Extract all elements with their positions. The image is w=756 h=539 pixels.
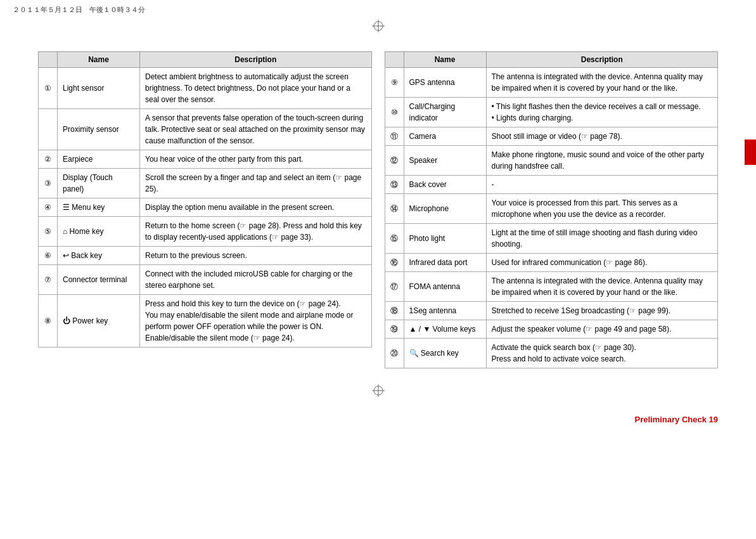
right-row-desc: • This light flashes then the device rec…	[486, 98, 718, 127]
left-row-num: ②	[39, 150, 58, 169]
right-table-row: ⑱1Seg antennaStretched to receive 1Seg b…	[385, 302, 718, 320]
right-table-row: ⑲▲ / ▼ Volume keysAdjust the speaker vol…	[385, 320, 718, 339]
left-table-row: ⑤⌂ Home keyReturn to the home screen (☞ …	[39, 217, 372, 247]
right-row-num: ⑭	[385, 194, 404, 224]
left-row-name: Proximity sensor	[58, 109, 140, 150]
left-row-name: Display (Touch panel)	[58, 169, 140, 198]
left-row-desc: Scroll the screen by a finger and tap an…	[140, 169, 372, 198]
right-row-num: ⑨	[385, 68, 404, 98]
bottom-crosshair	[0, 381, 756, 402]
crosshair-icon	[372, 20, 385, 32]
right-row-desc: Used for infrared communication (☞ page …	[486, 254, 718, 272]
right-table-container: Name Description ⑨GPS antennaThe antenna…	[385, 51, 719, 368]
left-row-name: ↩ Back key	[58, 247, 140, 265]
right-row-name: ▲ / ▼ Volume keys	[404, 320, 486, 339]
left-row-num: ⑦	[39, 265, 58, 295]
right-row-name: 1Seg antenna	[404, 302, 486, 320]
right-row-desc: The antenna is integrated with the devic…	[486, 272, 718, 302]
bottom-crosshair-icon	[372, 384, 385, 397]
left-row-num: ④	[39, 198, 58, 217]
left-row-num: ⑧	[39, 295, 58, 347]
right-row-num: ⑬	[385, 176, 404, 194]
right-row-num: ⑯	[385, 254, 404, 272]
footer: Preliminary Check 19	[0, 402, 756, 437]
right-row-desc: The antenna is integrated with the devic…	[486, 68, 718, 98]
right-row-desc: -	[486, 176, 718, 194]
left-row-name: ⌂ Home key	[58, 217, 140, 247]
right-row-desc: Stretched to receive 1Seg broadcasting (…	[486, 302, 718, 320]
right-row-desc: Adjust the speaker volume (☞ page 49 and…	[486, 320, 718, 339]
right-table-row: ⑯Infrared data portUsed for infrared com…	[385, 254, 718, 272]
right-row-name: Photo light	[404, 224, 486, 254]
left-row-desc: Press and hold this key to turn the devi…	[140, 295, 372, 347]
left-row-desc: Display the option menu available in the…	[140, 198, 372, 217]
right-row-name: Back cover	[404, 176, 486, 194]
right-table-row: ⑪CameraShoot still image or video (☞ pag…	[385, 127, 718, 146]
right-row-num: ⑳	[385, 339, 404, 368]
right-row-name: FOMA antenna	[404, 272, 486, 302]
left-col-name-header: Name	[58, 52, 140, 68]
right-row-num: ⑫	[385, 146, 404, 176]
right-col-name-header: Name	[404, 52, 486, 68]
right-row-name: Call/Charging indicator	[404, 98, 486, 127]
left-row-desc: Detect ambient brightness to automatical…	[140, 68, 372, 109]
left-row-desc: Connect with the included microUSB cable…	[140, 265, 372, 295]
right-row-desc: Your voice is processed from this part. …	[486, 194, 718, 224]
left-row-num: ⑤	[39, 217, 58, 247]
page-header: ２０１１年５月１２日 午後１０時３４分	[0, 0, 756, 20]
right-row-num: ⑪	[385, 127, 404, 146]
right-row-desc: Make phone ringtone, music sound and voi…	[486, 146, 718, 176]
right-table-row: ⑩Call/Charging indicator• This light fla…	[385, 98, 718, 127]
left-table-row: ①Light sensorDetect ambient brightness t…	[39, 68, 372, 109]
right-table: Name Description ⑨GPS antennaThe antenna…	[385, 51, 719, 368]
right-col-desc-header: Description	[486, 52, 718, 68]
left-row-num: ③	[39, 169, 58, 198]
right-row-name: Microphone	[404, 194, 486, 224]
left-row-desc: You hear voice of the other party from t…	[140, 150, 372, 169]
right-table-row: ⑰FOMA antennaThe antenna is integrated w…	[385, 272, 718, 302]
right-row-desc: Shoot still image or video (☞ page 78).	[486, 127, 718, 146]
right-row-name: Infrared data port	[404, 254, 486, 272]
right-table-row: ⑨GPS antennaThe antenna is integrated wi…	[385, 68, 718, 98]
left-table-container: Name Description ①Light sensorDetect amb…	[38, 51, 372, 368]
right-table-row: ⑫SpeakerMake phone ringtone, music sound…	[385, 146, 718, 176]
left-row-name: ⏻ Power key	[58, 295, 140, 347]
main-content: Name Description ①Light sensorDetect amb…	[0, 39, 756, 381]
left-row-name: Connector terminal	[58, 265, 140, 295]
date-text: ２０１１年５月１２日 午後１０時３４分	[13, 6, 145, 13]
left-row-num	[39, 109, 58, 150]
top-crosshair	[0, 20, 756, 32]
left-col-num-header	[39, 52, 58, 68]
left-row-name: ☰ Menu key	[58, 198, 140, 217]
left-table: Name Description ①Light sensorDetect amb…	[38, 51, 372, 347]
right-table-row: ⑮Photo lightLight at the time of still i…	[385, 224, 718, 254]
left-table-row: ③Display (Touch panel)Scroll the screen …	[39, 169, 372, 198]
left-table-row: ⑧⏻ Power keyPress and hold this key to t…	[39, 295, 372, 347]
left-table-row: ④☰ Menu keyDisplay the option menu avail…	[39, 198, 372, 217]
right-row-name: Camera	[404, 127, 486, 146]
red-accent-block	[745, 140, 756, 165]
right-table-row: ⑬Back cover-	[385, 176, 718, 194]
right-row-num: ⑮	[385, 224, 404, 254]
left-table-row: ⑦Connector terminalConnect with the incl…	[39, 265, 372, 295]
left-col-desc-header: Description	[140, 52, 372, 68]
right-col-num-header	[385, 52, 404, 68]
left-row-desc: A sensor that prevents false operation o…	[140, 109, 372, 150]
left-table-row: ⑥↩ Back keyReturn to the previous screen…	[39, 247, 372, 265]
right-row-num: ⑲	[385, 320, 404, 339]
right-row-desc: Light at the time of still image shootin…	[486, 224, 718, 254]
right-table-row: ⑳🔍 Search keyActivate the quick search b…	[385, 339, 718, 368]
footer-text: Preliminary Check 19	[634, 415, 718, 424]
right-row-num: ⑰	[385, 272, 404, 302]
left-row-num: ⑥	[39, 247, 58, 265]
left-row-desc: Return to the home screen (☞ page 28). P…	[140, 217, 372, 247]
right-row-name: 🔍 Search key	[404, 339, 486, 368]
right-row-desc: Activate the quick search box (☞ page 30…	[486, 339, 718, 368]
right-row-name: GPS antenna	[404, 68, 486, 98]
left-row-name: Light sensor	[58, 68, 140, 109]
left-table-row: ②EarpieceYou hear voice of the other par…	[39, 150, 372, 169]
right-row-num: ⑱	[385, 302, 404, 320]
left-table-row: Proximity sensorA sensor that prevents f…	[39, 109, 372, 150]
right-row-name: Speaker	[404, 146, 486, 176]
left-row-desc: Return to the previous screen.	[140, 247, 372, 265]
